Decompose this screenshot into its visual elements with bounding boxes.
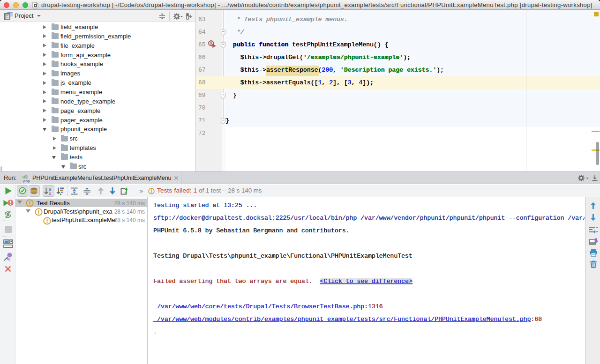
svg-text:z: z — [49, 191, 51, 195]
svg-text:php: php — [23, 179, 30, 183]
